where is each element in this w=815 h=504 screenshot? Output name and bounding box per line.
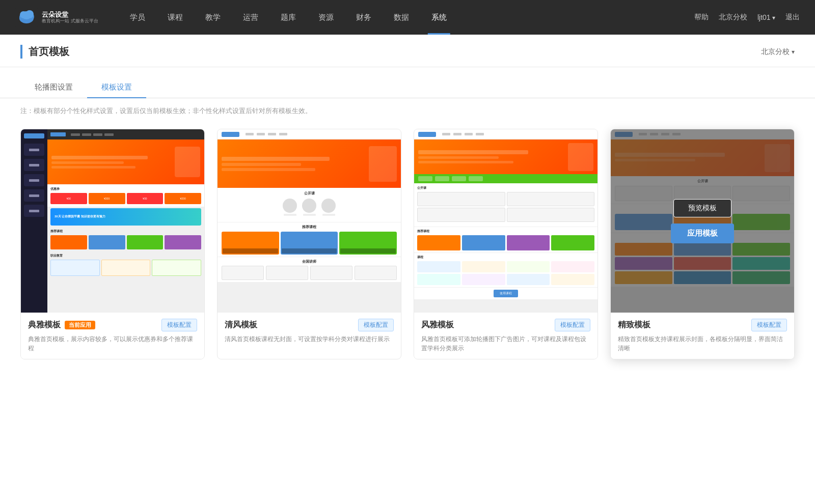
hover-overlay-jingzhi: 预览模板 应用模板 — [611, 129, 794, 313]
template-name-fengya: 风雅模板 — [421, 320, 454, 330]
template-desc-dianye: 典雅首页模板，展示内容较多，可以展示优惠券和多个推荐课程 — [28, 334, 197, 353]
template-card-qingfeng: 公开课 — [217, 129, 401, 359]
config-button-fengya[interactable]: 模板配置 — [555, 319, 590, 331]
svg-point-6 — [25, 10, 34, 18]
template-info-qingfeng: 清风模板 模板配置 清风首页模板课程无封面，可设置按学科分类对课程进行展示 — [218, 313, 401, 350]
template-preview-dianye: 优惠券 ¥30 ¥200 ¥30 ¥200 30天 让你摆脱平庸 知识 — [21, 129, 204, 313]
template-preview-qingfeng: 公开课 — [218, 129, 401, 313]
nav-item-data[interactable]: 数据 — [383, 0, 420, 35]
nav-item-courses[interactable]: 课程 — [156, 0, 194, 35]
mockup-qingfeng: 公开课 — [218, 129, 401, 313]
preview-template-button[interactable]: 预览模板 — [673, 199, 731, 217]
mockup-dianye: 优惠券 ¥30 ¥200 ¥30 ¥200 30天 让你摆脱平庸 知识 — [21, 129, 204, 313]
nav-right: 帮助 北京分校 ljt01 退出 — [694, 13, 800, 22]
template-info-fengya: 风雅模板 模板配置 风雅首页模板可添加轮播图下广告图片，可对课程及课程包设置学科… — [414, 313, 597, 359]
config-button-qingfeng[interactable]: 模板配置 — [358, 319, 394, 331]
branch-selector[interactable]: 北京分校 — [719, 13, 747, 22]
nav-item-students[interactable]: 学员 — [119, 0, 156, 35]
nav-item-finance[interactable]: 财务 — [345, 0, 383, 35]
template-name-row-jingzhi: 精致模板 模板配置 — [618, 319, 787, 331]
branch-location[interactable]: 北京分校 — [761, 47, 795, 57]
template-preview-fengya: 公开课 推荐课程 — [414, 129, 597, 313]
config-button-jingzhi[interactable]: 模板配置 — [751, 319, 787, 331]
template-desc-jingzhi: 精致首页模板支持课程展示封面，各模板分隔明显，界面简洁清晰 — [618, 334, 787, 353]
template-card-dianye: 优惠券 ¥30 ¥200 ¥30 ¥200 30天 让你摆脱平庸 知识 — [20, 129, 205, 359]
template-name-row-dianye: 典雅模板 当前应用 模板配置 — [28, 319, 197, 331]
help-link[interactable]: 帮助 — [694, 13, 709, 22]
nav-item-operations[interactable]: 运营 — [232, 0, 269, 35]
page-title: 首页模板 — [20, 45, 69, 59]
nav-item-system[interactable]: 系统 — [420, 0, 458, 35]
logo-text: 云朵设堂 教育机构一站 式服务云平台 — [42, 11, 98, 24]
page-content: 首页模板 北京分校 轮播图设置 模板设置 注：模板有部分个性化样式设置，设置后仅… — [0, 35, 815, 504]
template-name-row-qingfeng: 清风模板 模板配置 — [225, 319, 394, 331]
template-card-fengya: 公开课 推荐课程 — [414, 129, 598, 359]
note-text: 注：模板有部分个性化样式设置，设置后仅当前模板生效；非个性化样式设置后针对所有模… — [0, 98, 815, 124]
template-info-dianye: 典雅模板 当前应用 模板配置 典雅首页模板，展示内容较多，可以展示优惠券和多个推… — [21, 313, 204, 359]
template-preview-jingzhi: 公开课 推荐课程 — [611, 129, 794, 313]
apply-template-button[interactable]: 应用模板 — [671, 223, 734, 243]
logo-icon — [15, 6, 38, 29]
user-menu[interactable]: ljt01 — [757, 13, 775, 21]
nav-item-teaching[interactable]: 教学 — [194, 0, 232, 35]
template-name-qingfeng: 清风模板 — [225, 320, 257, 330]
current-badge-dianye: 当前应用 — [65, 321, 95, 329]
config-button-dianye[interactable]: 模板配置 — [161, 319, 197, 331]
template-desc-qingfeng: 清风首页模板课程无封面，可设置按学科分类对课程进行展示 — [225, 334, 394, 344]
nav-item-resources[interactable]: 资源 — [307, 0, 345, 35]
template-card-jingzhi: 公开课 推荐课程 — [610, 129, 795, 359]
mockup-fengya: 公开课 推荐课程 — [414, 129, 597, 313]
logo[interactable]: 云朵设堂 教育机构一站 式服务云平台 — [15, 6, 98, 29]
template-name-row-fengya: 风雅模板 模板配置 — [421, 319, 590, 331]
tab-template[interactable]: 模板设置 — [87, 77, 146, 98]
logout-button[interactable]: 退出 — [785, 13, 800, 22]
template-name-dianye: 典雅模板 当前应用 — [28, 320, 95, 330]
template-info-jingzhi: 精致模板 模板配置 精致首页模板支持课程展示封面，各模板分隔明显，界面简洁清晰 — [611, 313, 794, 359]
nav-menu: 学员 课程 教学 运营 题库 资源 财务 数据 系统 — [119, 0, 694, 35]
tabs-container: 轮播图设置 模板设置 — [0, 67, 815, 98]
template-name-jingzhi: 精致模板 — [618, 320, 650, 330]
nav-item-questions[interactable]: 题库 — [269, 0, 307, 35]
tab-carousel[interactable]: 轮播图设置 — [20, 77, 87, 98]
template-desc-fengya: 风雅首页模板可添加轮播图下广告图片，可对课程及课程包设置学科分类展示 — [421, 334, 590, 353]
page-header: 首页模板 北京分校 — [0, 35, 815, 67]
templates-grid: 优惠券 ¥30 ¥200 ¥30 ¥200 30天 让你摆脱平庸 知识 — [0, 124, 815, 380]
top-navigation: 云朵设堂 教育机构一站 式服务云平台 学员 课程 教学 运营 题库 资源 财务 … — [0, 0, 815, 35]
